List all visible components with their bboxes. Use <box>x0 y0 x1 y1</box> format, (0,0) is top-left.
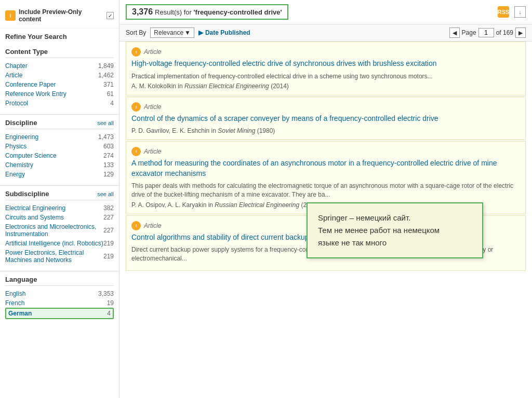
filter-engineering-count: 1,473 <box>98 133 114 141</box>
download-icon[interactable]: ↓ <box>514 6 526 18</box>
filter-chemistry[interactable]: Chemistry 133 <box>5 160 114 170</box>
content-type-section: Content Type Chapter 1,849 Article 1,462… <box>0 48 119 108</box>
sort-dropdown-arrow: ▼ <box>184 29 191 36</box>
subdiscipline-header: Subdiscipline see all <box>5 190 114 200</box>
content-type-list: Chapter 1,849 Article 1,462 Conference P… <box>5 61 114 108</box>
filter-article-label: Article <box>5 72 22 79</box>
date-filter[interactable]: ▶ Date Published <box>198 29 250 36</box>
article-type-1: i Article <box>131 47 520 57</box>
filter-french-label: French <box>5 299 24 307</box>
article-item-1: i Article High-voltage frequency-control… <box>126 42 526 95</box>
content-type-header: Content Type <box>5 48 114 58</box>
main-content: 3,376 Result(s) for 'frequency-controlle… <box>119 0 532 398</box>
filter-computer-science[interactable]: Computer Science 274 <box>5 151 114 160</box>
annotation-line1: Springer – немецкий сайт. <box>318 213 410 222</box>
page-prev-button[interactable]: ◀ <box>449 28 460 38</box>
discipline-section: Discipline see all Engineering 1,473 Phy… <box>0 119 119 179</box>
article-title-3[interactable]: A method for measuring the coordinates o… <box>131 158 520 179</box>
filter-circuits-label: Circuits and Systems <box>5 214 64 221</box>
annotation-line2: Тем не менее работ на немецком <box>318 226 440 235</box>
filter-german-count: 4 <box>107 310 111 317</box>
date-filter-label: Date Published <box>205 29 250 36</box>
filter-chapter-count: 1,849 <box>98 62 114 70</box>
filter-physics[interactable]: Physics 603 <box>5 142 114 151</box>
article-journal-1: Russian Electrical Engineering <box>184 83 269 90</box>
filter-energy[interactable]: Energy 129 <box>5 170 114 179</box>
filter-power-electronics[interactable]: Power Electronics, Electrical Machines a… <box>5 248 114 265</box>
annotation-line3: языке не так много <box>318 238 387 247</box>
filter-chapter[interactable]: Chapter 1,849 <box>5 61 114 71</box>
article-type-2: i Article <box>131 102 520 112</box>
sidebar: i Include Preview-Only content ✓ Refine … <box>0 0 119 398</box>
include-preview-checkbox[interactable]: ✓ <box>107 12 114 19</box>
filter-computer-science-count: 274 <box>103 152 114 159</box>
article-journal-2: Soviet Mining <box>218 127 255 134</box>
filter-electrical-eng[interactable]: Electrical Engineering 382 <box>5 203 114 213</box>
page-input[interactable] <box>478 28 494 37</box>
article-type-label-3: Article <box>144 148 161 155</box>
filter-power-electronics-label: Power Electronics, Electrical Machines a… <box>5 249 103 264</box>
checkmark-icon: ✓ <box>108 13 112 19</box>
article-abstract-1: Practical implementation of frequency-co… <box>131 72 520 81</box>
subdiscipline-see-all[interactable]: see all <box>97 191 114 197</box>
article-icon-4: i <box>131 221 141 230</box>
filter-computer-science-label: Computer Science <box>5 152 57 159</box>
filter-electronics[interactable]: Electronics and Microelectronics, Instru… <box>5 222 114 239</box>
rss-icon[interactable]: RSS <box>498 6 509 18</box>
filter-german-label: German <box>8 310 32 317</box>
filter-electrical-eng-label: Electrical Engineering <box>5 204 65 212</box>
filter-reference[interactable]: Reference Work Entry 61 <box>5 89 114 99</box>
filter-electrical-eng-count: 382 <box>103 204 114 212</box>
filter-french[interactable]: French 19 <box>5 298 114 308</box>
filter-reference-count: 61 <box>107 90 114 98</box>
article-meta-1: A. M. Kolokolkin in Russian Electrical E… <box>131 83 520 90</box>
filter-conference[interactable]: Conference Paper 371 <box>5 80 114 89</box>
sort-value: Relevance <box>154 29 183 36</box>
article-type-label-4: Article <box>144 222 161 229</box>
preview-icon: i <box>5 10 16 21</box>
filter-energy-label: Energy <box>5 171 25 178</box>
filter-electronics-count: 227 <box>103 227 114 234</box>
filter-power-electronics-count: 219 <box>103 253 114 260</box>
annotation-box: Springer – немецкий сайт. Тем не менее р… <box>307 202 483 258</box>
refine-title: Refine Your Search <box>0 29 119 44</box>
page-next-button[interactable]: ▶ <box>515 28 526 38</box>
filter-article-count: 1,462 <box>98 72 114 79</box>
page-total: of 169 <box>496 29 513 36</box>
article-title-2[interactable]: Control of the dynamics of a scraper con… <box>131 114 520 124</box>
filter-chemistry-label: Chemistry <box>5 161 33 169</box>
filter-chemistry-count: 133 <box>103 161 114 169</box>
sort-select[interactable]: Relevance ▼ <box>150 28 194 38</box>
filter-german[interactable]: German 4 <box>5 308 114 319</box>
filter-ai-label: Artificial Intelligence (incl. Robotics) <box>5 240 103 247</box>
filter-circuits[interactable]: Circuits and Systems 227 <box>5 213 114 222</box>
language-title: Language <box>5 276 37 283</box>
subdiscipline-title: Subdiscipline <box>5 190 49 198</box>
article-journal-3: Russian Electrical Engineering <box>215 201 299 209</box>
filter-reference-label: Reference Work Entry <box>5 90 66 98</box>
filter-article[interactable]: Article 1,462 <box>5 71 114 80</box>
discipline-see-all[interactable]: see all <box>97 120 114 126</box>
filter-protocol[interactable]: Protocol 4 <box>5 99 114 108</box>
filter-conference-count: 371 <box>103 81 114 88</box>
include-preview-label: Include Preview-Only content <box>19 8 103 23</box>
results-header: 3,376 Result(s) for 'frequency-controlle… <box>119 0 532 24</box>
filter-protocol-count: 4 <box>110 100 114 107</box>
filter-electronics-label: Electronics and Microelectronics, Instru… <box>5 223 103 238</box>
filter-engineering[interactable]: Engineering 1,473 <box>5 132 114 142</box>
filter-ai-count: 219 <box>103 240 114 247</box>
filter-engineering-label: Engineering <box>5 133 38 141</box>
filter-chapter-label: Chapter <box>5 62 28 70</box>
article-icon-1: i <box>131 47 141 57</box>
include-preview-row: i Include Preview-Only content ✓ <box>0 4 119 29</box>
article-type-3: i Article <box>131 147 520 156</box>
discipline-title: Discipline <box>5 119 37 127</box>
sort-bar: Sort By Relevance ▼ ▶ Date Published ◀ P… <box>119 24 532 42</box>
filter-ai[interactable]: Artificial Intelligence (incl. Robotics)… <box>5 239 114 248</box>
article-title-1[interactable]: High-voltage frequency-controlled electr… <box>131 59 520 69</box>
article-type-label-1: Article <box>144 48 161 56</box>
filter-english-label: English <box>5 290 25 297</box>
filter-protocol-label: Protocol <box>5 100 28 107</box>
filter-energy-count: 129 <box>103 171 114 178</box>
filter-english[interactable]: English 3,353 <box>5 289 114 298</box>
